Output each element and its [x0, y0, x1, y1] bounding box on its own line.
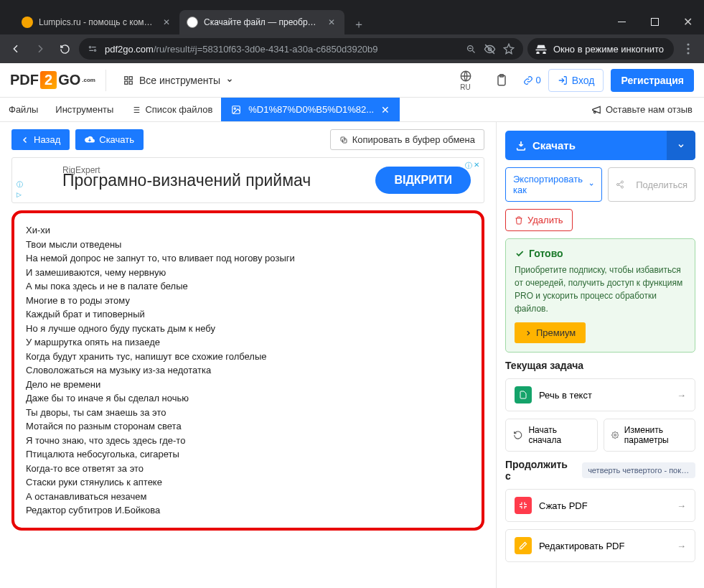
- svg-rect-0: [618, 22, 626, 22]
- subnav-files[interactable]: Файлы: [0, 98, 47, 121]
- restart-button[interactable]: Начать сначала: [505, 419, 598, 452]
- share-icon: [616, 180, 624, 189]
- continue-file-chip[interactable]: четверть четвертого - пока з...: [582, 462, 695, 478]
- ad-cta-button[interactable]: ВІДКРИТИ: [375, 167, 471, 194]
- incognito-indicator[interactable]: Окно в режиме инкогнито: [527, 38, 674, 60]
- browser-toolbar: pdf2go.com/ru/result#j=58310f63-3d0e-434…: [0, 34, 704, 63]
- current-task-chip[interactable]: Речь в текст →: [505, 378, 695, 411]
- sidebar-download-button[interactable]: Скачать: [505, 131, 695, 160]
- site-logo[interactable]: PDF 2 GO .com: [10, 71, 95, 89]
- close-icon[interactable]: ✕: [326, 17, 337, 28]
- main-content: Назад Скачать Копировать в буфер обмена …: [0, 122, 496, 588]
- site-header: PDF 2 GO .com Все инструменты RU 0 Вход …: [0, 63, 704, 98]
- browser-tabstrip: Lumpics.ru - помощь с компьюте ✕ Скачайт…: [0, 9, 704, 34]
- site-settings-icon[interactable]: [88, 44, 98, 54]
- edit-pdf-button[interactable]: Редактировать PDF →: [505, 529, 695, 562]
- address-bar[interactable]: pdf2go.com/ru/result#j=58310f63-3d0e-434…: [79, 38, 523, 60]
- result-line: Я точно знаю, что здесь здесь где-то: [26, 434, 470, 448]
- advertisement[interactable]: ⓘ▷ ⓘ✕ RigExpert Програмно-визначений при…: [11, 157, 484, 203]
- restart-icon: [513, 430, 522, 440]
- window-maximize[interactable]: [638, 9, 671, 34]
- svg-point-22: [621, 186, 624, 188]
- result-line: На немой допрос не запнут то, что вливае…: [26, 251, 470, 266]
- delete-button[interactable]: Удалить: [505, 209, 573, 231]
- eye-off-icon[interactable]: [484, 43, 496, 55]
- result-line: Словоложаться на музыку из-за недотатка: [26, 363, 470, 378]
- premium-button[interactable]: Премиум: [515, 322, 586, 343]
- image-icon: [231, 105, 241, 115]
- bookmark-icon[interactable]: [503, 43, 515, 55]
- new-tab-button[interactable]: ＋: [349, 14, 369, 34]
- feedback-link[interactable]: Оставьте нам отзыв: [580, 98, 704, 121]
- sidebar: Скачать Экспортировать как Поделиться Уд…: [496, 122, 704, 588]
- close-icon[interactable]: ✕: [161, 17, 172, 28]
- subnav-tools[interactable]: Инструменты: [47, 98, 122, 121]
- nav-back-button[interactable]: [6, 39, 26, 59]
- arrow-left-icon: [21, 136, 29, 144]
- svg-point-23: [614, 434, 616, 437]
- download-button[interactable]: Скачать: [75, 129, 144, 150]
- megaphone-icon: [591, 105, 601, 115]
- language-selector[interactable]: RU: [451, 70, 480, 91]
- chevron-down-icon: [677, 141, 685, 150]
- arrow-right-icon: →: [677, 541, 686, 551]
- queue-indicator[interactable]: 0: [523, 75, 541, 85]
- chevron-down-icon: [226, 77, 233, 84]
- subnav-filelist[interactable]: Список файлов: [122, 98, 221, 121]
- status-description: Приобретите подписку, чтобы избавиться о…: [515, 263, 686, 315]
- svg-point-21: [617, 184, 619, 186]
- svg-rect-1: [651, 18, 658, 25]
- result-line: Птицалюта небосуголька, сигареты: [26, 447, 470, 462]
- zoom-icon[interactable]: [466, 44, 477, 55]
- change-params-button[interactable]: Изменить параметры: [604, 419, 696, 452]
- trash-icon: [515, 216, 523, 225]
- result-line: Редактор субтитров И.Бойкова: [26, 503, 470, 518]
- browser-tab-0[interactable]: Lumpics.ru - помощь с компьюте ✕: [14, 10, 179, 34]
- login-button[interactable]: Вход: [548, 69, 604, 92]
- clipboard-icon: [494, 73, 509, 88]
- document-icon: [515, 386, 532, 403]
- result-line: А останавливаться незачем: [26, 490, 470, 504]
- copy-button[interactable]: Копировать в буфер обмена: [330, 129, 484, 150]
- check-icon: [515, 248, 525, 258]
- clipboard-button[interactable]: [487, 73, 516, 88]
- svg-rect-10: [129, 76, 132, 79]
- sub-navigation: Файлы Инструменты Список файлов %D1%87%D…: [0, 98, 704, 122]
- active-file-tab[interactable]: %D1%87%D0%B5%D1%82... ✕: [221, 98, 400, 121]
- result-line: Когда-то все ответят за это: [26, 462, 470, 476]
- status-panel: Готово Приобретите подписку, чтобы избав…: [505, 238, 695, 353]
- ad-info-icon[interactable]: ⓘ▷: [17, 180, 23, 198]
- result-line: Стаски руки стянулись к аптеке: [26, 475, 470, 490]
- register-button[interactable]: Регистрация: [611, 69, 694, 92]
- all-tools-dropdown[interactable]: Все инструменты: [116, 70, 240, 90]
- result-line: Твои мысли отведены: [26, 238, 470, 252]
- browser-menu-button[interactable]: [678, 39, 698, 59]
- back-button[interactable]: Назад: [11, 129, 70, 150]
- svg-point-17: [234, 108, 235, 109]
- result-line: Когда будут хранить тус, напишут все схо…: [26, 350, 470, 364]
- current-task-title: Текущая задача: [505, 360, 695, 371]
- window-minimize[interactable]: [605, 9, 638, 34]
- compress-pdf-button[interactable]: Сжать PDF →: [505, 489, 695, 522]
- list-icon: [131, 105, 141, 115]
- nav-reload-button[interactable]: [55, 39, 75, 59]
- login-icon: [558, 75, 568, 85]
- share-button[interactable]: Поделиться: [608, 167, 695, 202]
- favicon-icon: [22, 17, 33, 28]
- arrow-right-icon: →: [677, 500, 686, 511]
- svg-rect-11: [125, 81, 128, 84]
- window-close[interactable]: ✕: [671, 9, 704, 34]
- result-line: Каждый брат и типоверный: [26, 307, 470, 322]
- download-options-toggle[interactable]: [667, 131, 695, 160]
- compress-icon: [515, 497, 532, 514]
- result-line: У маршрутка опять на пизаеде: [26, 335, 470, 350]
- ad-close-icon[interactable]: ⓘ✕: [465, 161, 479, 171]
- close-tab-icon[interactable]: ✕: [381, 104, 390, 116]
- browser-tab-1[interactable]: Скачайте файл — преобразов ✕: [179, 10, 344, 34]
- svg-point-8: [687, 52, 689, 54]
- download-icon: [515, 140, 527, 151]
- nav-forward-button[interactable]: [30, 39, 50, 59]
- export-as-button[interactable]: Экспортировать как: [505, 167, 602, 202]
- result-line: Хи-хи: [26, 223, 470, 238]
- tab-title: Скачайте файл — преобразов: [204, 17, 320, 27]
